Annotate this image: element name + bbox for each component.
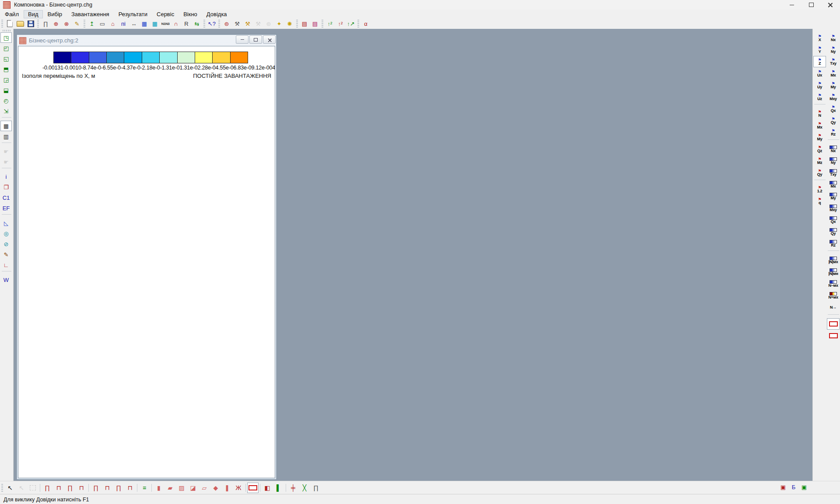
select-beams-button[interactable]: ▰ bbox=[164, 483, 176, 493]
save-file-button[interactable] bbox=[25, 19, 36, 28]
mosaic-uz-button[interactable]: ⚑Uz bbox=[813, 91, 826, 103]
mosaic-mx-button[interactable]: Mx bbox=[827, 179, 840, 190]
mosaic-txy-button[interactable]: Txy bbox=[827, 167, 840, 178]
pack-grid-1-button[interactable]: ▣ bbox=[778, 482, 788, 492]
frame-elem-2-button[interactable]: ⊓ bbox=[102, 483, 113, 493]
view-back-button[interactable]: ◴ bbox=[0, 95, 12, 106]
doc-loads-2-button[interactable]: ▤ bbox=[310, 19, 320, 28]
projection-marks-button[interactable]: ▥ bbox=[0, 131, 12, 142]
new-file-button[interactable] bbox=[4, 19, 15, 28]
loads-snow-button[interactable]: ✺ bbox=[284, 19, 295, 28]
n-minus-max-button[interactable]: N−мх bbox=[827, 278, 840, 289]
title-bar[interactable]: Компоновка - Бізнес-центр.chg bbox=[0, 0, 840, 10]
grid-blue-button[interactable]: ▦ bbox=[139, 19, 150, 28]
loads-worker-button[interactable]: ⚒ bbox=[242, 19, 253, 28]
iso-rz-button[interactable]: ⚑Rz bbox=[827, 127, 840, 138]
red-frame-button[interactable]: ∩ bbox=[171, 19, 181, 28]
n-arrow-button[interactable]: N→ bbox=[827, 302, 840, 313]
menu-item-сервіс[interactable]: Сервіс bbox=[152, 10, 178, 18]
loads-machine-button[interactable]: ⊜ bbox=[221, 19, 232, 28]
iso-ny-button[interactable]: ⚑Ny bbox=[827, 44, 840, 56]
frame-elem-3-button[interactable]: ∏ bbox=[113, 483, 124, 493]
presentation-window-button[interactable]: ▭ bbox=[97, 19, 108, 28]
select-slabs-button[interactable]: ▨ bbox=[176, 483, 187, 493]
view-isometric-button[interactable]: ◳ bbox=[0, 32, 12, 43]
mosaic-x-button[interactable]: ⚑X bbox=[813, 32, 826, 44]
pack-grid-2-button[interactable]: ▣ bbox=[799, 482, 809, 492]
frame-elem-4-button[interactable]: ⊓ bbox=[124, 483, 136, 493]
menu-item-довідка[interactable]: Довідка bbox=[202, 10, 231, 18]
mosaic-nx-button[interactable]: Nx bbox=[827, 143, 840, 155]
iso-mxy-button[interactable]: ⚑Mxy bbox=[827, 91, 840, 103]
node-frame-button[interactable]: ∏ bbox=[310, 483, 322, 493]
projection-grid-button[interactable]: ▦ bbox=[0, 121, 12, 131]
loads-wind-button[interactable]: ✦ bbox=[274, 19, 284, 28]
mosaic-ny-button[interactable]: Ny bbox=[827, 155, 840, 167]
select-columns-button[interactable]: ▮ bbox=[153, 483, 164, 493]
axes-corner-button[interactable]: ∟ bbox=[0, 260, 12, 270]
force-mx-button[interactable]: ⚑Mx bbox=[813, 120, 826, 131]
node-numbers-button[interactable]: N1N3 bbox=[160, 19, 171, 28]
edit-pencil-button[interactable]: ✎ bbox=[72, 19, 82, 28]
load-case-up-button[interactable]: ↑↗ bbox=[346, 19, 356, 28]
menu-item-вікно[interactable]: Вікно bbox=[179, 10, 202, 18]
menu-item-вид[interactable]: Вид bbox=[24, 10, 43, 18]
word-report-button[interactable]: W bbox=[0, 275, 12, 285]
layers-button[interactable]: ≡ bbox=[139, 483, 150, 493]
material-bottle-button[interactable]: ▌ bbox=[273, 483, 284, 493]
mosaic-qx-button[interactable]: Qx bbox=[827, 214, 840, 226]
iso-qx-button[interactable]: ⚑Qx bbox=[827, 103, 840, 115]
frame-node-4-button[interactable]: ⊓ bbox=[76, 483, 87, 493]
minimize-button[interactable] bbox=[782, 0, 802, 10]
select-walls-button[interactable]: ▱ bbox=[199, 483, 210, 493]
distributed-q-button[interactable]: ⚑q bbox=[813, 195, 826, 207]
triangle-filter-button[interactable]: ◺ bbox=[0, 218, 12, 228]
mosaic-uy-button[interactable]: ⚑Uy bbox=[813, 80, 826, 91]
view-front-button[interactable]: ◲ bbox=[0, 74, 12, 85]
n-abs-max-button[interactable]: |N|мх bbox=[827, 254, 840, 266]
open-file-button[interactable] bbox=[15, 19, 25, 28]
force-qy-button[interactable]: ⚑Qy bbox=[813, 167, 826, 178]
pack-letter-button[interactable]: Б bbox=[788, 482, 799, 492]
close-button[interactable] bbox=[821, 0, 840, 10]
reactions-button[interactable]: R bbox=[181, 19, 192, 28]
menu-item-результати[interactable]: Результати bbox=[114, 10, 152, 18]
select-bars-button[interactable]: ❚ bbox=[221, 483, 233, 493]
mosaic-my-button[interactable]: My bbox=[827, 191, 840, 202]
child-minimize-button[interactable] bbox=[236, 35, 248, 44]
force-mz-button[interactable]: ⚑Mz bbox=[813, 155, 826, 167]
view-side-button[interactable]: ⬓ bbox=[0, 85, 12, 95]
node-delete-button[interactable]: ╳ bbox=[299, 483, 310, 493]
model-window-button[interactable]: ❐ bbox=[0, 182, 12, 192]
view-corner-button[interactable]: ◱ bbox=[0, 53, 12, 64]
packet-exchange-button[interactable]: ⇆ bbox=[192, 19, 202, 28]
context-help-button[interactable]: ↖? bbox=[206, 19, 217, 28]
mosaic-rz-button[interactable]: Rz bbox=[827, 238, 840, 249]
force-n-button[interactable]: ⚑N bbox=[813, 108, 826, 119]
child-restore-button[interactable] bbox=[249, 35, 262, 44]
frame-elem-1-button[interactable]: ∏ bbox=[90, 483, 102, 493]
zoom-in-button[interactable]: ◎ bbox=[0, 228, 12, 239]
info-button[interactable]: i bbox=[0, 171, 12, 182]
iso-nx-button[interactable]: ⚑Nx bbox=[827, 32, 840, 44]
spatial-model-button[interactable]: ⌂ bbox=[108, 19, 118, 28]
select-plates-button[interactable]: ◪ bbox=[187, 483, 199, 493]
flag-c1-button[interactable]: C1 bbox=[0, 192, 12, 203]
n-plus-max-button[interactable]: N+мх bbox=[827, 290, 840, 301]
load-case-next-button[interactable]: ↑² bbox=[335, 19, 346, 28]
select-shells-button[interactable]: ◆ bbox=[210, 483, 221, 493]
dimensions-button[interactable]: ↔ bbox=[129, 19, 139, 28]
mosaic-mxy-button[interactable]: Mxy bbox=[827, 202, 840, 214]
frame-node-1-button[interactable]: ∏ bbox=[42, 483, 53, 493]
loads-equipment-button[interactable]: ⚒ bbox=[232, 19, 242, 28]
force-my-button[interactable]: ⚑My bbox=[813, 132, 826, 143]
mosaic-z-button[interactable]: ⚑Z bbox=[813, 56, 826, 67]
view-into-button[interactable]: ⇲ bbox=[0, 106, 12, 116]
force-qz-button[interactable]: ⚑Qz bbox=[813, 143, 826, 155]
select-cursor-button[interactable]: ↖ bbox=[4, 483, 16, 493]
fragment-button[interactable]: ∏ bbox=[40, 19, 51, 28]
contour-empty-button[interactable] bbox=[827, 330, 840, 341]
contour-filled-button[interactable] bbox=[827, 318, 840, 330]
zoom-cancel-button[interactable]: ⊘ bbox=[0, 239, 12, 249]
scale-12-button[interactable]: ⚑1.2 bbox=[813, 184, 826, 195]
